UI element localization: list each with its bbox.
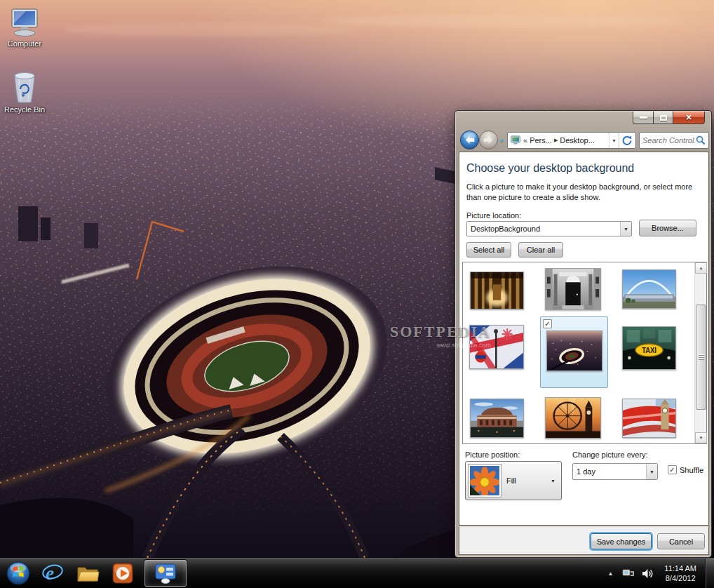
desktop-icon-recycle-bin[interactable]: Recycle Bin	[0, 70, 49, 114]
browse-button[interactable]: Browse...	[639, 220, 696, 236]
taskbar-media-player[interactable]	[105, 559, 140, 587]
windows-start-icon	[5, 560, 32, 587]
breadcrumb-chevrons[interactable]: «	[523, 136, 528, 145]
shuffle-label: Shuffle	[680, 466, 703, 474]
forward-button-disabled[interactable]	[478, 130, 499, 150]
window-footer: Save changes Cancel	[459, 526, 709, 555]
address-bar[interactable]: « Pers... ▶ Desktop... ▼	[507, 132, 636, 149]
scrollbar-grip-icon	[699, 355, 704, 356]
recycle-bin-icon	[12, 70, 37, 104]
minimize-button[interactable]	[633, 112, 653, 124]
thumbnail-olympic-stadium-aerial[interactable]	[546, 330, 602, 371]
picture-location-label: Picture location:	[466, 211, 521, 220]
page-title: Choose your desktop background	[466, 162, 634, 175]
thumbnail-royal-albert-hall[interactable]	[470, 399, 524, 438]
search-icon[interactable]	[696, 135, 706, 145]
tray-expand-icon[interactable]: ▲	[602, 570, 619, 577]
thumbnail-downing-street-door[interactable]	[545, 268, 601, 310]
picture-position-label: Picture position:	[465, 450, 520, 459]
media-player-icon	[112, 562, 134, 584]
picture-location-dropdown[interactable]: DesktopBackground ▼	[466, 221, 632, 236]
clock-date: 8/4/2012	[664, 573, 696, 583]
folder-icon	[76, 563, 100, 584]
thumbnail-wembley-stadium[interactable]	[622, 269, 676, 309]
show-desktop-button[interactable]	[705, 559, 714, 588]
maximize-button[interactable]	[653, 112, 673, 124]
taskbar-display-settings-active[interactable]	[144, 560, 187, 587]
clear-all-button[interactable]: Clear all	[518, 242, 563, 258]
refresh-button[interactable]	[619, 133, 634, 148]
scrollbar-thumb[interactable]	[696, 305, 706, 410]
close-icon: ✕	[685, 113, 692, 122]
personalization-icon	[511, 135, 521, 145]
taskbar-internet-explorer[interactable]: e	[35, 559, 70, 587]
system-tray: ▲ 11:14 AM 8/4/2012	[602, 559, 714, 588]
cancel-button[interactable]: Cancel	[657, 533, 705, 549]
breadcrumb-separator-icon[interactable]: ▶	[553, 138, 558, 143]
check-icon: ✓	[669, 467, 675, 474]
desktop-icon-computer[interactable]: Computer	[0, 8, 49, 48]
search-input[interactable]	[642, 136, 696, 145]
scroll-up-icon: ▲	[699, 266, 703, 270]
display-settings-icon	[154, 562, 177, 584]
back-button[interactable]	[459, 130, 480, 150]
scrollbar-grip-icon	[699, 357, 704, 358]
shuffle-checkbox-checked[interactable]: ✓	[668, 465, 677, 474]
dropdown-arrow-icon: ▼	[646, 464, 657, 479]
select-all-button[interactable]: Select all	[466, 242, 511, 258]
navigation-bar: ▾ « Pers... ▶ Desktop... ▼	[455, 129, 711, 152]
dropdown-arrow-icon: ▼	[551, 479, 558, 483]
page-description: Click a picture to make it your desktop …	[466, 182, 703, 203]
dropdown-arrow-icon: ▼	[620, 222, 631, 236]
taxi-sign-text: TAXI	[642, 347, 656, 354]
taskbar-windows-explorer[interactable]	[70, 559, 105, 587]
shuffle-control: ✓ Shuffle	[668, 465, 703, 474]
desktop-icon-label: Computer	[0, 39, 49, 48]
breadcrumb-segment-desktop-background[interactable]: Desktop...	[558, 136, 596, 145]
picture-position-dropdown[interactable]: Fill ▼	[465, 461, 562, 500]
control-panel-window: ✕ ▾	[454, 110, 712, 558]
wallpaper-list: ✓	[462, 262, 707, 444]
picture-location-value: DesktopBackground	[471, 225, 540, 233]
thumbnail-checkbox-checked[interactable]: ✓	[543, 319, 552, 328]
window-content: Choose your desktop background Click a p…	[459, 152, 709, 526]
desktop: Computer Recycle Bin ✕	[0, 0, 714, 588]
scroll-down-button[interactable]: ▼	[695, 432, 707, 443]
thumbnail-red-bus-big-ben[interactable]	[622, 399, 676, 438]
scrollbar-grip-icon	[699, 359, 704, 360]
list-scrollbar[interactable]: ▲ ▼	[694, 262, 706, 443]
minimize-icon	[640, 116, 647, 119]
flower-preview-icon	[470, 466, 499, 495]
computer-icon	[9, 8, 40, 38]
change-picture-value: 1 day	[577, 467, 595, 476]
change-picture-label: Change picture every:	[572, 450, 648, 459]
network-icon[interactable]	[619, 568, 638, 579]
thumbnail-london-souvenir-collage[interactable]	[469, 325, 524, 369]
thumbnail-olympic-stadium-aerial-selected[interactable]: ✓	[540, 316, 608, 388]
address-dropdown-icon[interactable]: ▼	[609, 133, 619, 148]
internet-explorer-icon: e	[41, 562, 64, 584]
thumbnail-london-eye-sunset[interactable]	[545, 397, 601, 439]
tray-clock[interactable]: 11:14 AM 8/4/2012	[657, 563, 703, 583]
check-icon: ✓	[544, 321, 550, 328]
thumbnail-cathedral-interior[interactable]	[470, 272, 524, 309]
clock-time: 11:14 AM	[664, 563, 696, 573]
save-changes-button[interactable]: Save changes	[591, 533, 652, 549]
recent-pages-dropdown-icon[interactable]: ▾	[500, 137, 504, 144]
scroll-up-button[interactable]: ▲	[695, 262, 707, 274]
breadcrumb-segment-personalization[interactable]: Pers...	[528, 136, 553, 145]
caption-buttons: ✕	[633, 112, 705, 124]
thumbnail-black-cab-taxi[interactable]: TAXI	[622, 326, 676, 370]
search-box	[639, 132, 709, 149]
scroll-down-icon: ▼	[699, 436, 703, 440]
start-button[interactable]	[1, 559, 35, 587]
change-picture-dropdown[interactable]: 1 day ▼	[572, 463, 658, 480]
taskbar: e	[0, 558, 714, 588]
picture-position-preview	[469, 465, 501, 497]
volume-icon[interactable]	[638, 568, 657, 579]
close-button[interactable]: ✕	[673, 112, 705, 124]
refresh-icon	[621, 135, 633, 146]
maximize-icon	[660, 115, 667, 121]
desktop-icon-label: Recycle Bin	[0, 105, 49, 114]
picture-position-value: Fill	[506, 476, 516, 485]
